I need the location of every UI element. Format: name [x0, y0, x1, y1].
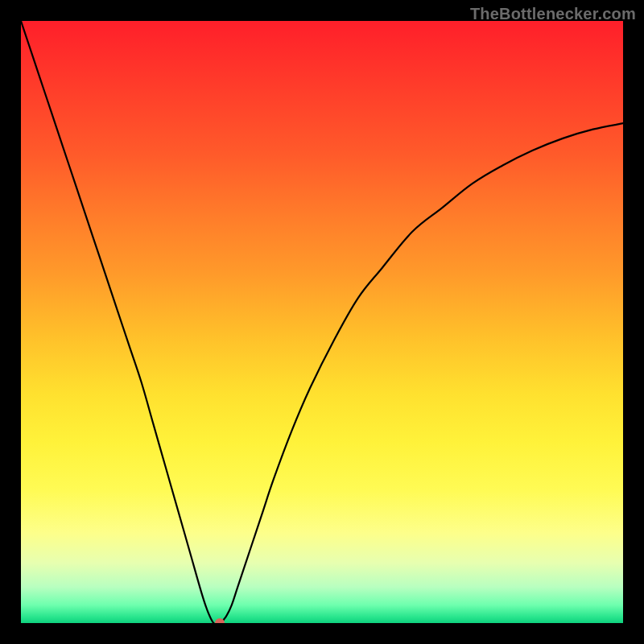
chart-stage: TheBottleneсker.com: [0, 0, 644, 644]
bottleneck-curve: [21, 21, 623, 623]
optimum-marker-icon: [215, 618, 225, 623]
plot-area: [21, 21, 623, 623]
curve-layer: [21, 21, 623, 623]
